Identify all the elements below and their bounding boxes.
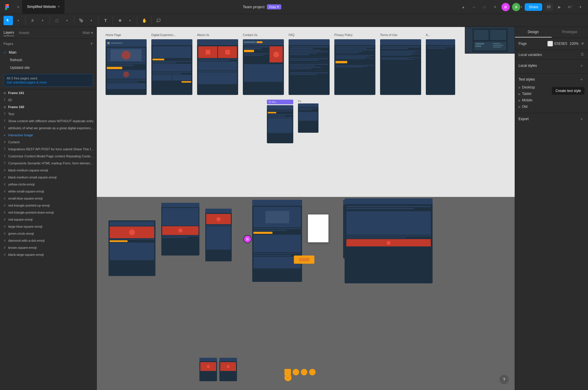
layer-icon: T: [2, 119, 7, 123]
layer-item[interactable]: #black-large-square-emoji: [0, 251, 96, 258]
bottom-frame-far-right[interactable]: [345, 198, 433, 283]
frame-privacy[interactable]: [334, 39, 375, 95]
page-color-control[interactable]: E5E5E5: [547, 41, 567, 47]
page-visibility-icon[interactable]: 👁: [581, 42, 584, 46]
frame-label-contact: Contact Us: [243, 33, 284, 37]
layer-item[interactable]: #black-medium-square-emoji: [0, 167, 96, 174]
bottom-frame-1[interactable]: [109, 220, 155, 276]
layer-item[interactable]: #large-blue-square-emoji: [0, 223, 96, 230]
upgrade-link[interactable]: Get unlimited pages & more: [7, 81, 90, 84]
frame-home[interactable]: [106, 39, 147, 95]
canvas-area[interactable]: Home Page Digital Experienc... About Us …: [97, 27, 515, 390]
mobile-style-group[interactable]: ▶ Mobile: [518, 97, 584, 103]
select-dropdown[interactable]: ▾: [13, 16, 23, 25]
new-tab-button[interactable]: +: [14, 3, 22, 11]
avatar-s[interactable]: S: [512, 3, 520, 11]
layer-item[interactable]: #Content: [0, 139, 96, 146]
frame-faq[interactable]: [289, 39, 330, 95]
page-main[interactable]: ✓ Main: [0, 49, 96, 56]
layer-item[interactable]: #red-triangle-pointed-down-emoji: [0, 209, 96, 216]
layer-item[interactable]: T02.: [0, 96, 96, 103]
layer-name: Text: [8, 112, 94, 116]
minimize-button[interactable]: ─: [470, 3, 478, 11]
frame-a[interactable]: [426, 39, 455, 95]
layer-item[interactable]: #black-medium-small-square-emoji: [0, 174, 96, 181]
layer-item[interactable]: #red-triangle-pointed-up-emoji: [0, 202, 96, 209]
bottom-frame-white[interactable]: [308, 214, 328, 242]
frame-tool[interactable]: #: [28, 16, 37, 25]
canvas-bottom-area[interactable]: D: [97, 197, 515, 390]
layer-item[interactable]: #small-blue-square-emoji: [0, 195, 96, 202]
local-styles-add-button[interactable]: +: [579, 63, 584, 69]
layer-item[interactable]: #brown-square-emoji: [0, 244, 96, 251]
text-tool[interactable]: T: [101, 16, 110, 25]
frame-co[interactable]: [267, 105, 293, 143]
move-tool[interactable]: [4, 16, 13, 25]
layer-item[interactable]: #diamond-with-a-dot-emoji: [0, 237, 96, 244]
tab-close-icon[interactable]: ✕: [57, 5, 60, 8]
frame-about[interactable]: [197, 39, 238, 95]
simplified-website-tab[interactable]: Simplified Website ✕: [22, 0, 65, 14]
assets-tab[interactable]: Assets: [19, 30, 29, 36]
layer-item[interactable]: #green-circle-emoji: [0, 230, 96, 237]
layer-item[interactable]: TCustomize Content Model Page content Re…: [0, 153, 96, 160]
bottom-frame-3[interactable]: [205, 209, 232, 261]
design-tab[interactable]: Design: [515, 27, 552, 38]
frame-dropdown[interactable]: ▾: [38, 16, 47, 25]
bs-frame-1[interactable]: [199, 358, 217, 381]
layer-item[interactable]: TIntegrations REST API POST for form sub…: [0, 146, 96, 153]
component-tool[interactable]: ❖: [115, 16, 125, 25]
code-view-button[interactable]: ⟨/⟩: [545, 3, 553, 11]
share-button[interactable]: Share: [525, 3, 542, 11]
collapse-up-icon[interactable]: ▲: [459, 3, 467, 11]
page-updated[interactable]: Updated site: [0, 64, 96, 71]
create-text-style-button[interactable]: + Create text style: [579, 76, 584, 82]
page-refresh[interactable]: Refresh: [0, 56, 96, 64]
help-button[interactable]: ?: [499, 375, 509, 384]
free-badge[interactable]: Free ▾: [267, 4, 281, 9]
prototype-tab[interactable]: Prototype: [552, 27, 588, 38]
layer-item[interactable]: TShow content with different views WITHO…: [0, 117, 96, 125]
layer-item[interactable]: #yellow-circle-emoji: [0, 181, 96, 188]
bottom-frame-2[interactable]: [161, 203, 199, 256]
layer-item[interactable]: ≡Interactive Image: [0, 132, 96, 139]
hand-tool[interactable]: ✋: [140, 16, 149, 25]
layer-item[interactable]: ⊞Frame 160: [0, 103, 96, 110]
layer-item[interactable]: #white-small-square-emoji: [0, 188, 96, 195]
page-color-swatch[interactable]: [547, 41, 553, 47]
component-dropdown[interactable]: ▾: [125, 16, 135, 25]
layer-item[interactable]: #red-square-emoji: [0, 216, 96, 223]
bs-frame-2[interactable]: [219, 358, 237, 381]
present-button[interactable]: ▶: [555, 3, 563, 11]
pen-tool[interactable]: [77, 16, 86, 25]
layer-item[interactable]: TComponents Semantic HTML markup Form, f…: [0, 160, 96, 167]
frame-contact[interactable]: [243, 39, 284, 95]
shape-tool[interactable]: □: [52, 16, 62, 25]
more-options-button[interactable]: ▾: [576, 3, 584, 11]
figma-logo[interactable]: [0, 0, 14, 14]
frame-terms[interactable]: [380, 39, 421, 95]
layer-item[interactable]: ⊞Frame 161: [0, 89, 96, 96]
layer-item[interactable]: TText: [0, 110, 96, 117]
avatar-d[interactable]: D: [501, 3, 510, 11]
layers-tab[interactable]: Layers: [4, 29, 14, 36]
maximize-button[interactable]: □: [480, 3, 489, 11]
frame-digital[interactable]: [151, 39, 192, 95]
frame-co-badge: Co...: [267, 100, 293, 104]
avatar-s-dropdown[interactable]: ▾: [521, 5, 522, 8]
frame-fo[interactable]: [298, 103, 318, 133]
bottom-frame-large[interactable]: [252, 200, 302, 282]
add-page-button[interactable]: +: [90, 41, 93, 46]
accessibility-button[interactable]: A?: [566, 3, 574, 11]
bottom-yellow-circle: [284, 374, 292, 381]
tablet-style-group[interactable]: ▶ Tablet: [518, 91, 584, 97]
shape-dropdown[interactable]: ▾: [62, 16, 72, 25]
layer-item[interactable]: Tattributes of what we generate as a gre…: [0, 125, 96, 132]
close-button[interactable]: ✕: [491, 3, 499, 11]
local-variables-icon[interactable]: [580, 52, 584, 57]
desktop-style-group[interactable]: ▶ Desktop: [518, 84, 584, 91]
old-style-group[interactable]: ▶ Old: [518, 103, 584, 110]
export-add-button[interactable]: +: [579, 116, 584, 122]
pen-dropdown[interactable]: ▾: [87, 16, 96, 25]
comment-tool[interactable]: [154, 16, 163, 25]
